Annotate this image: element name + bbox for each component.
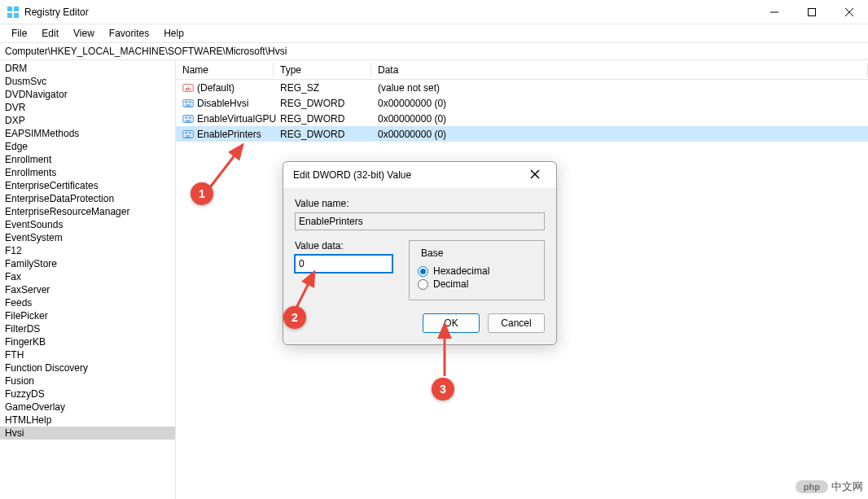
menu-view[interactable]: View: [67, 26, 101, 41]
tree-panel[interactable]: DRMDusmSvcDVDNavigatorDVRDXPEAPSIMMethod…: [0, 60, 176, 499]
tree-item[interactable]: FilePicker: [0, 309, 175, 322]
tree-item[interactable]: EnterpriseCertificates: [0, 179, 175, 192]
radio-decimal[interactable]: Decimal: [418, 278, 536, 290]
base-label: Base: [418, 247, 446, 259]
svg-text:1001: 1001: [185, 103, 193, 107]
arrow-3: [436, 317, 453, 383]
value-name-input[interactable]: [295, 212, 545, 230]
radio-icon: [418, 279, 428, 290]
radio-hexadecimal[interactable]: Hexadecimal: [418, 265, 536, 277]
svg-text:1001: 1001: [185, 134, 193, 138]
cell-data: (value not set): [371, 82, 868, 94]
col-header-name[interactable]: Name: [176, 63, 274, 77]
tree-item[interactable]: DusmSvc: [0, 75, 175, 88]
list-row[interactable]: 01101001EnablePrintersREG_DWORD0x0000000…: [176, 126, 868, 142]
watermark: php 中文网: [796, 479, 863, 494]
hex-label: Hexadecimal: [433, 265, 489, 277]
svg-text:ab: ab: [185, 85, 191, 90]
tree-item[interactable]: FuzzyDS: [0, 387, 175, 401]
menubar: File Edit View Favorites Help: [0, 24, 868, 42]
menu-help[interactable]: Help: [157, 26, 191, 41]
list-header: Name Type Data: [176, 60, 868, 80]
tree-item[interactable]: EAPSIMMethods: [0, 127, 175, 140]
callout-1: 1: [191, 182, 213, 205]
list-row[interactable]: 01101001DisableHvsiREG_DWORD0x00000000 (…: [176, 95, 868, 111]
arrow-1: [204, 137, 252, 194]
cell-name: ab(Default): [176, 82, 274, 94]
radio-icon: [418, 266, 428, 277]
tree-item[interactable]: FaxServer: [0, 283, 175, 296]
col-header-data[interactable]: Data: [371, 63, 868, 77]
tree-item[interactable]: DVDNavigator: [0, 88, 175, 101]
svg-rect-2: [7, 13, 12, 18]
dialog-close-button[interactable]: [524, 165, 546, 185]
svg-line-22: [210, 145, 243, 187]
cell-name: 01101001EnableVirtualGPU: [176, 113, 274, 125]
svg-rect-1: [14, 7, 19, 11]
watermark-badge: php: [796, 480, 828, 493]
cell-type: REG_SZ: [274, 82, 371, 94]
value-data-label: Value data:: [295, 240, 392, 252]
tree-item[interactable]: FTH: [0, 348, 175, 361]
dialog-title: Edit DWORD (32-bit) Value: [293, 169, 524, 181]
tree-item[interactable]: Edge: [0, 140, 175, 153]
tree-item[interactable]: Enrollments: [0, 166, 175, 179]
svg-rect-0: [7, 7, 12, 11]
svg-rect-5: [809, 8, 816, 15]
cell-type: REG_DWORD: [274, 129, 371, 140]
svg-line-24: [296, 272, 314, 308]
minimize-button[interactable]: [756, 0, 793, 24]
titlebar: Registry Editor: [0, 0, 868, 24]
tree-item[interactable]: Fax: [0, 270, 175, 283]
tree-item[interactable]: EventSystem: [0, 231, 175, 244]
cancel-button[interactable]: Cancel: [488, 313, 545, 333]
address-text: Computer\HKEY_LOCAL_MACHINE\SOFTWARE\Mic…: [5, 46, 287, 57]
callout-3: 3: [432, 378, 454, 401]
cell-data: 0x00000000 (0): [371, 113, 868, 125]
tree-item[interactable]: DXP: [0, 114, 175, 127]
svg-text:1001: 1001: [185, 118, 193, 122]
maximize-button[interactable]: [793, 0, 831, 24]
cell-data: 0x00000000 (0): [371, 129, 868, 140]
close-icon: [530, 169, 540, 179]
callout-2: 2: [283, 306, 306, 329]
tree-item[interactable]: FilterDS: [0, 322, 175, 335]
list-row[interactable]: ab(Default)REG_SZ(value not set): [176, 80, 868, 95]
tree-item[interactable]: EnterpriseResourceManager: [0, 205, 175, 218]
cell-type: REG_DWORD: [274, 98, 371, 109]
dialog-buttons: OK Cancel: [295, 313, 545, 333]
watermark-text: 中文网: [831, 479, 863, 494]
tree-item[interactable]: FingerKB: [0, 335, 175, 348]
cell-name: 01101001DisableHvsi: [176, 98, 274, 109]
tree-item[interactable]: DVR: [0, 101, 175, 114]
close-button[interactable]: [831, 0, 868, 24]
tree-item[interactable]: Feeds: [0, 296, 175, 309]
menu-favorites[interactable]: Favorites: [103, 26, 156, 41]
window-controls: [756, 0, 868, 24]
tree-item[interactable]: F12: [0, 244, 175, 257]
menu-file[interactable]: File: [5, 26, 33, 41]
tree-item[interactable]: FamilyStore: [0, 257, 175, 270]
dialog-body: Value name: Value data: Base Hexadecimal…: [283, 188, 556, 344]
list-row[interactable]: 01101001EnableVirtualGPUREG_DWORD0x00000…: [176, 111, 868, 126]
regedit-icon: [7, 6, 20, 19]
tree-item[interactable]: Function Discovery: [0, 361, 175, 374]
dialog-titlebar[interactable]: Edit DWORD (32-bit) Value: [283, 162, 556, 188]
dec-label: Decimal: [433, 278, 468, 290]
address-bar[interactable]: Computer\HKEY_LOCAL_MACHINE\SOFTWARE\Mic…: [0, 42, 868, 60]
base-fieldset: Base Hexadecimal Decimal: [409, 240, 545, 300]
tree-item[interactable]: Enrollment: [0, 153, 175, 166]
tree-item[interactable]: EnterpriseDataProtection: [0, 192, 175, 205]
tree-item[interactable]: Hvsi: [0, 427, 175, 440]
tree-item[interactable]: DRM: [0, 62, 175, 75]
col-header-type[interactable]: Type: [274, 63, 371, 77]
cell-type: REG_DWORD: [274, 113, 371, 125]
tree-item[interactable]: GameOverlay: [0, 401, 175, 414]
cell-data: 0x00000000 (0): [371, 98, 868, 109]
tree-item[interactable]: EventSounds: [0, 218, 175, 231]
window-title: Registry Editor: [24, 7, 756, 18]
tree-item[interactable]: HTMLHelp: [0, 414, 175, 427]
menu-edit[interactable]: Edit: [35, 26, 65, 41]
edit-dword-dialog: Edit DWORD (32-bit) Value Value name: Va…: [283, 161, 557, 345]
tree-item[interactable]: Fusion: [0, 374, 175, 387]
